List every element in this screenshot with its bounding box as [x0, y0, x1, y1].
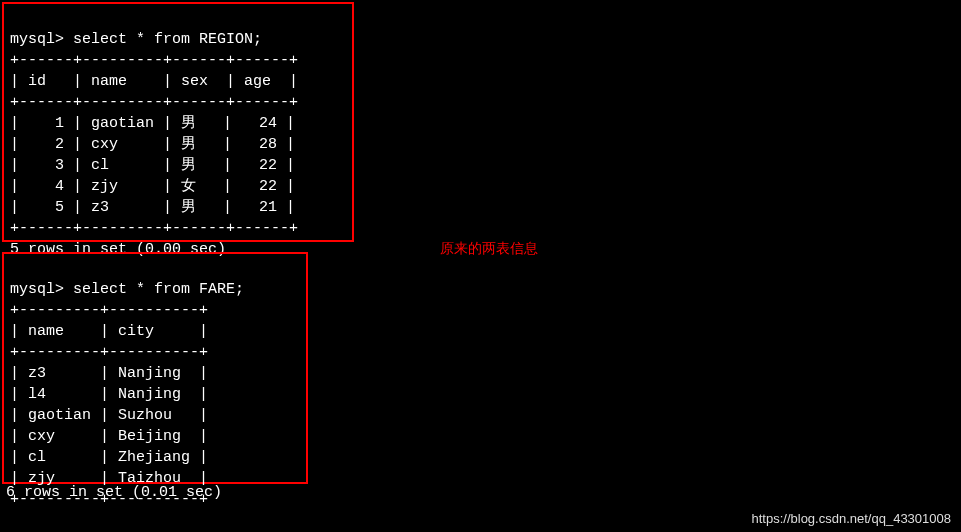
table-row: | 5 | z3 | 男 | 21 | — [10, 199, 295, 216]
table-row: | 3 | cl | 男 | 22 | — [10, 157, 295, 174]
table-row: | 1 | gaotian | 男 | 24 | — [10, 115, 295, 132]
sql-statement-region: select * from REGION; — [73, 31, 262, 48]
table-row: | 4 | zjy | 女 | 22 | — [10, 178, 295, 195]
fare-table-highlight-box: mysql> select * from FARE; +---------+--… — [2, 252, 308, 484]
table-row: | 2 | cxy | 男 | 28 | — [10, 136, 295, 153]
table-row: | gaotian | Suzhou | — [10, 407, 208, 424]
fare-query-footer: 6 rows in set (0.01 sec) — [6, 484, 222, 501]
table-row: | cl | Zhejiang | — [10, 449, 208, 466]
table-border: +---------+----------+ — [10, 344, 208, 361]
table-row: | z3 | Nanjing | — [10, 365, 208, 382]
table-border: +---------+----------+ — [10, 302, 208, 319]
table-row: | l4 | Nanjing | — [10, 386, 208, 403]
table-border: +------+---------+------+------+ — [10, 52, 298, 69]
fare-query-output: mysql> select * from FARE; +---------+--… — [4, 254, 306, 514]
table-border: +------+---------+------+------+ — [10, 94, 298, 111]
sql-statement-fare: select * from FARE; — [73, 281, 244, 298]
table-header: | id | name | sex | age | — [10, 73, 298, 90]
region-table-highlight-box: mysql> select * from REGION; +------+---… — [2, 2, 354, 242]
table-header: | name | city | — [10, 323, 208, 340]
mysql-prompt: mysql> — [10, 31, 73, 48]
watermark-text: https://blog.csdn.net/qq_43301008 — [752, 511, 952, 526]
table-border: +------+---------+------+------+ — [10, 220, 298, 237]
region-query-output: mysql> select * from REGION; +------+---… — [4, 4, 352, 264]
annotation-label: 原来的两表信息 — [440, 240, 538, 258]
table-row: | cxy | Beijing | — [10, 428, 208, 445]
mysql-prompt: mysql> — [10, 281, 73, 298]
